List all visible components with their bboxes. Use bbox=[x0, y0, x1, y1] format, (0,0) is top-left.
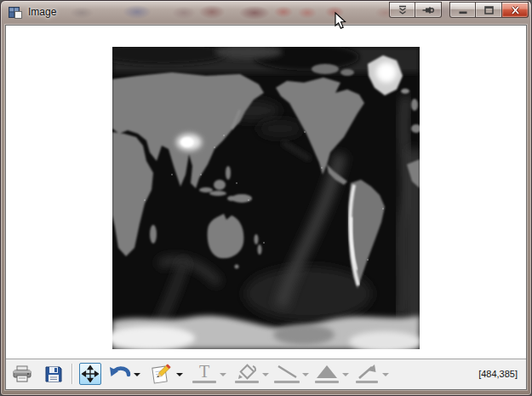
text-color-bar bbox=[192, 381, 216, 383]
save-button[interactable] bbox=[43, 364, 64, 384]
fill-dropdown-arrow[interactable] bbox=[262, 373, 269, 376]
line-tool-button[interactable] bbox=[273, 363, 300, 384]
maximize-button[interactable] bbox=[476, 2, 502, 18]
pan-tool-button[interactable] bbox=[79, 363, 101, 385]
window-title: Image bbox=[28, 6, 56, 18]
image-canvas-area[interactable] bbox=[6, 26, 526, 359]
pan-arrows-icon bbox=[82, 365, 99, 382]
annotate-pencil-button[interactable] bbox=[149, 362, 173, 386]
text-tool-button[interactable]: T bbox=[192, 363, 217, 384]
text-dropdown-arrow[interactable] bbox=[220, 373, 226, 376]
close-x-icon bbox=[510, 5, 521, 15]
arrow-tool-button[interactable] bbox=[355, 363, 379, 384]
minimize-button[interactable] bbox=[449, 2, 476, 18]
window-client-panel: T bbox=[5, 25, 527, 390]
pushpin-icon bbox=[422, 5, 434, 15]
bottom-toolbar: T bbox=[6, 359, 526, 389]
pencil-page-icon bbox=[150, 363, 172, 385]
window-controls bbox=[389, 2, 529, 18]
chevrons-down-icon bbox=[398, 5, 408, 15]
line-dropdown-arrow[interactable] bbox=[302, 373, 309, 376]
world-elevation-map-image[interactable] bbox=[112, 47, 420, 349]
annotate-dropdown-arrow[interactable] bbox=[176, 373, 183, 376]
fill-bucket-icon bbox=[236, 364, 258, 380]
shape-tool-button[interactable] bbox=[314, 363, 340, 384]
printer-icon bbox=[12, 364, 32, 383]
arrow-icon bbox=[356, 364, 378, 380]
cursor-coordinates-status: [484,385] bbox=[478, 369, 518, 379]
fill-color-bar bbox=[235, 381, 259, 383]
print-button[interactable] bbox=[11, 364, 33, 384]
arrow-color-bar bbox=[356, 381, 378, 383]
pin-button[interactable] bbox=[415, 2, 442, 18]
undo-button[interactable] bbox=[106, 363, 132, 385]
line-icon bbox=[274, 364, 300, 380]
toolbar-separator bbox=[72, 364, 72, 384]
text-T-icon: T bbox=[193, 364, 215, 380]
shape-dropdown-arrow[interactable] bbox=[342, 373, 349, 376]
undo-dropdown-arrow[interactable] bbox=[134, 373, 140, 376]
undo-arrow-icon bbox=[107, 364, 131, 384]
svg-text:T: T bbox=[199, 364, 209, 380]
rollup-button[interactable] bbox=[389, 2, 415, 18]
shape-color-bar bbox=[315, 381, 339, 383]
triangle-shape-icon bbox=[315, 364, 339, 380]
line-color-bar bbox=[274, 381, 300, 383]
fill-tool-button[interactable] bbox=[234, 363, 260, 384]
close-button[interactable] bbox=[502, 2, 529, 18]
image-window: Image bbox=[0, 0, 532, 396]
arrow-dropdown-arrow[interactable] bbox=[382, 373, 389, 376]
app-icon bbox=[9, 6, 22, 20]
title-bar[interactable]: Image bbox=[1, 1, 531, 25]
maximize-icon bbox=[483, 5, 495, 15]
minimize-icon bbox=[458, 5, 468, 15]
save-floppy-icon bbox=[44, 364, 63, 383]
